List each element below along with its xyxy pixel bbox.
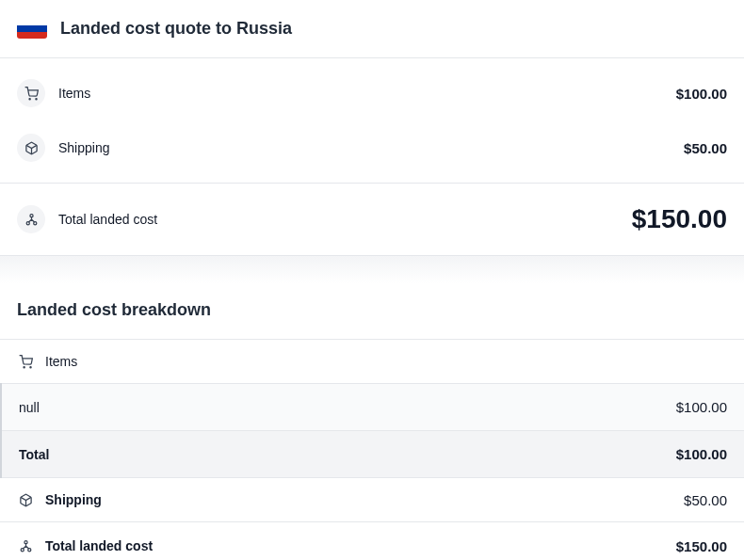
item-name: null — [19, 400, 40, 415]
breakdown-final-value: $150.00 — [676, 538, 727, 554]
svg-point-1 — [35, 98, 36, 99]
flag-stripe-blue — [17, 25, 47, 32]
page-title: Landed cost quote to Russia — [60, 19, 292, 39]
hierarchy-icon — [17, 205, 45, 233]
cart-icon — [17, 79, 45, 107]
total-value: $150.00 — [632, 204, 727, 234]
quote-card: Landed cost quote to Russia Items $100.0… — [0, 0, 744, 255]
breakdown-items-total-row: Total $100.00 — [2, 430, 744, 478]
breakdown-final-row: Total landed cost $150.00 — [0, 522, 744, 560]
cart-icon — [17, 353, 34, 370]
breakdown-item-row: null $100.00 — [2, 383, 744, 430]
summary-shipping-row: Shipping $50.00 — [0, 120, 744, 175]
flag-stripe-white — [17, 20, 47, 26]
package-icon — [17, 491, 34, 508]
breakdown-shipping-value: $50.00 — [684, 492, 727, 508]
card-header: Landed cost quote to Russia — [0, 0, 744, 58]
shipping-label: Shipping — [58, 140, 110, 155]
summary-total-row: Total landed cost $150.00 — [0, 183, 744, 255]
svg-point-0 — [29, 98, 30, 99]
summary-items-row: Items $100.00 — [0, 66, 744, 120]
svg-point-7 — [29, 366, 30, 367]
section-divider — [0, 255, 744, 283]
breakdown-card: Landed cost breakdown Items null $100.00… — [0, 283, 744, 560]
item-amount: $100.00 — [676, 399, 727, 415]
breakdown-items-header: Items — [0, 340, 744, 383]
breakdown-items-label: Items — [45, 354, 77, 369]
country-flag-russia — [17, 20, 47, 39]
breakdown-title: Landed cost breakdown — [0, 283, 744, 340]
hierarchy-icon — [17, 537, 34, 554]
items-total-label: Total — [19, 447, 49, 462]
flag-stripe-red — [17, 32, 47, 39]
breakdown-shipping-row: Shipping $50.00 — [0, 478, 744, 522]
shipping-value: $50.00 — [684, 140, 727, 156]
breakdown-items-list: null $100.00 Total $100.00 — [0, 383, 744, 478]
breakdown-shipping-label: Shipping — [45, 492, 102, 507]
package-icon — [17, 134, 45, 162]
items-label: Items — [58, 86, 90, 101]
svg-point-9 — [24, 540, 26, 543]
svg-point-6 — [24, 366, 24, 367]
svg-point-3 — [29, 214, 32, 216]
summary-section: Items $100.00 Shipping $50.00 — [0, 58, 744, 183]
items-total-value: $100.00 — [676, 446, 727, 462]
total-label: Total landed cost — [58, 212, 157, 227]
breakdown-final-label: Total landed cost — [45, 538, 153, 553]
items-value: $100.00 — [676, 86, 727, 102]
